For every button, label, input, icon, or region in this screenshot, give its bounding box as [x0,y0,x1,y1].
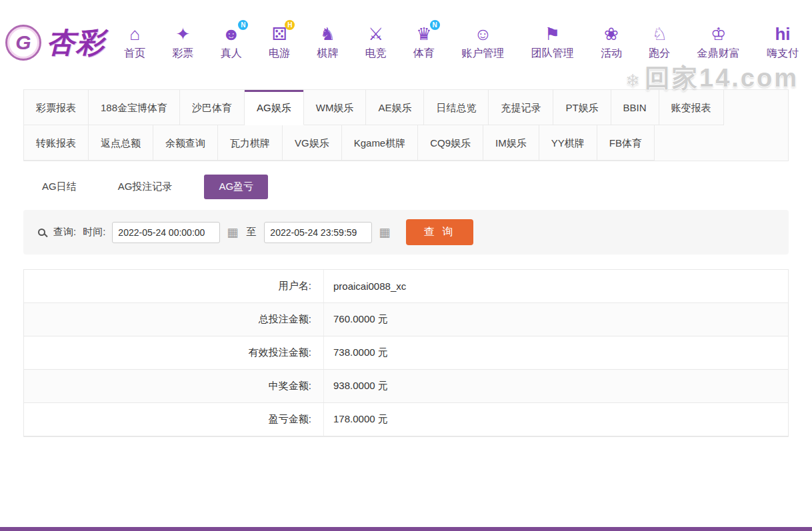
calendar-icon-end[interactable]: ▦ [379,227,390,239]
nav-item-label: 活动 [601,47,622,61]
table-row: 盈亏金额: 178.0000 元 [24,403,788,436]
nav-glyph: ✦ [175,24,190,44]
nav-glyph: ♔ [711,24,726,44]
nav-item-icon: ⚄ H [272,25,287,43]
nav-item-icon: ♞ [320,25,335,43]
row-value: proaicai0088_xc [324,280,788,292]
report-tab[interactable]: 沙巴体育 [180,90,245,125]
nav-item[interactable]: ⚄ H 电游 [267,23,291,62]
query-button[interactable]: 查 询 [406,219,473,245]
report-tab[interactable]: AG娱乐 [245,90,304,125]
nav-item-label: 电游 [269,47,290,61]
report-tab[interactable]: FB体育 [597,125,655,161]
end-time-input[interactable] [264,222,372,243]
report-tab[interactable]: 瓦力棋牌 [218,125,283,161]
report-tab[interactable]: 日结总览 [424,90,489,125]
row-value: 178.0000 元 [324,413,788,426]
nav-glyph: ♛ [416,24,431,44]
nav-item-label: 电竞 [365,47,387,61]
ag-subtab[interactable]: AG盈亏 [204,175,268,199]
nav-glyph: ♞ [320,24,335,44]
nav-item-icon: ♔ [711,25,726,43]
nav-item-label: 彩票 [172,47,193,61]
nav-item-icon: ♛ N [416,25,431,43]
nav-item-icon: ✦ [175,25,190,43]
logo-flower-icon: G [5,25,41,61]
brand-name: 杏彩 [47,24,105,61]
report-tab[interactable]: Kgame棋牌 [342,125,419,161]
nav-item[interactable]: ♘ 跑分 [647,23,671,62]
nav-item[interactable]: ☻ N 真人 [219,23,243,62]
nav-glyph: ☻ [222,24,240,44]
nav-glyph: ❀ [604,24,619,44]
nav-item[interactable]: ☺ 账户管理 [460,23,505,62]
brand-logo[interactable]: G 杏彩 [5,24,105,61]
report-tab[interactable]: 账变报表 [659,90,724,125]
nav-item-label: 账户管理 [461,47,504,61]
query-bar: 查询: 时间: ▦ 至 ▦ 查 询 [23,210,789,255]
table-row: 总投注金额: 760.0000 元 [24,303,788,336]
report-tab[interactable]: 充提记录 [489,90,553,125]
nav-item-icon: ⚔ [368,25,383,43]
start-time-input[interactable] [112,222,220,243]
ag-profit-table: 用户名: proaicai0088_xc 总投注金额: 760.0000 元 有… [23,269,789,437]
nav-glyph: ♘ [652,24,667,44]
row-label: 总投注金额: [24,303,324,336]
footer-accent-bar [0,527,812,531]
ag-subtab[interactable]: AG投注记录 [109,175,182,199]
nav-item-label: 真人 [221,47,242,61]
main-nav: ⌂ 首页 ✦ 彩票 ☻ N 真人 [123,23,800,62]
nav-item[interactable]: ✦ 彩票 [171,23,195,62]
nav-glyph: ⌂ [129,24,140,44]
nav-item[interactable]: ♛ N 体育 [412,23,436,62]
nav-glyph: hi [775,24,790,44]
report-tab[interactable]: AE娱乐 [366,90,424,125]
time-label: 时间: [83,226,105,239]
report-tab[interactable]: IM娱乐 [483,125,539,161]
nav-item[interactable]: ⚔ 电竞 [364,23,388,62]
to-label: 至 [246,226,256,239]
nav-item-icon: ☺ [474,25,492,43]
nav-item-icon: ⌂ [129,25,140,43]
report-tab[interactable]: 转账报表 [24,125,89,161]
nav-item-icon: ☻ N [222,25,240,43]
ag-subtab[interactable]: AG日结 [33,175,86,199]
nav-item-label: 团队管理 [531,47,574,61]
nav-item[interactable]: ⌂ 首页 [123,23,147,62]
search-icon [38,229,45,236]
nav-item-label: 嗨支付 [767,47,799,61]
top-header: G 杏彩 ⌂ 首页 ✦ 彩票 ☻ [0,0,812,85]
nav-item[interactable]: ⚑ 团队管理 [530,23,575,62]
nav-glyph: ⚑ [545,24,560,44]
nav-glyph: ☺ [474,24,492,44]
report-tab[interactable]: PT娱乐 [553,90,611,125]
report-tab[interactable]: WM娱乐 [304,90,367,125]
nav-item-label: 金鼎财富 [697,47,740,61]
row-value: 938.0000 元 [324,380,788,392]
nav-item[interactable]: hi 嗨支付 [765,23,800,62]
report-tab[interactable]: 返点总额 [89,125,153,161]
nav-glyph: ⚔ [368,24,383,44]
report-tab[interactable]: VG娱乐 [283,125,342,161]
nav-item-label: 跑分 [649,47,670,61]
report-tab[interactable]: 188金宝博体育 [89,90,180,125]
report-tab[interactable]: 余额查询 [153,125,218,161]
nav-item-label: 体育 [413,47,435,61]
ag-subtab-row: AG日结 AG投注记录 AG盈亏 [23,161,789,210]
report-tab[interactable]: 彩票报表 [24,90,89,125]
nav-item-icon: ❀ [604,25,619,43]
nav-item-icon: ⚑ [545,25,560,43]
table-row: 有效投注金额: 738.0000 元 [24,336,788,370]
nav-item[interactable]: ♔ 金鼎财富 [696,23,741,62]
nav-badge: N [238,20,248,30]
report-tab[interactable]: BBIN [611,90,659,125]
report-tab[interactable]: YY棋牌 [539,125,597,161]
nav-item[interactable]: ♞ 棋牌 [315,23,339,62]
nav-badge: N [430,20,440,30]
row-label: 中奖金额: [24,370,324,402]
calendar-icon-start[interactable]: ▦ [227,227,238,239]
nav-item[interactable]: ❀ 活动 [599,23,623,62]
report-tab[interactable]: CQ9娱乐 [418,125,483,161]
query-label: 查询: [53,226,76,239]
row-label: 盈亏金额: [24,403,324,436]
